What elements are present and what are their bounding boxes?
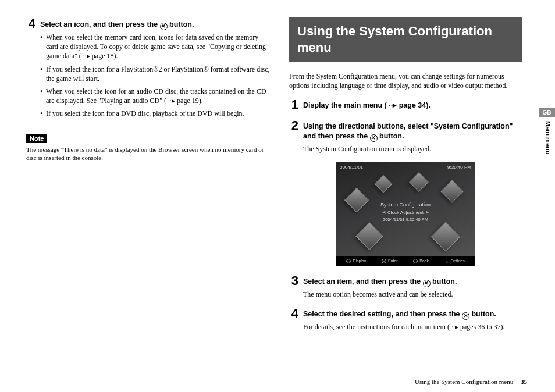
ps2-menu-item: Clock Adjustment (387, 210, 424, 215)
step-title-part-a: Select the desired setting, and then pre… (303, 310, 462, 318)
decorative-cube-icon (344, 188, 369, 212)
ps2-menu-title: System Configuration (380, 202, 431, 208)
step-title-part-a: Select an icon, and then press the (40, 20, 160, 28)
decorative-cube-icon (440, 180, 464, 203)
note-text: The message "There is no data" is displa… (26, 145, 271, 162)
step-number: 1 (289, 98, 298, 111)
step-title-part-b: button. (432, 277, 457, 286)
ps2-menu-value: 2004/11/01 9:30:40 PM (380, 217, 431, 222)
left-step-4: 4 Select an icon, and then press the ✕ b… (26, 17, 271, 119)
step-number: 4 (26, 17, 35, 30)
step-number: 3 (289, 275, 298, 287)
triangle-icon: △ (444, 259, 449, 263)
ps2-footbar: □Display ✕Enter ○Back △Options (336, 256, 475, 266)
right-step-3: 3 Select an item, and then press the ✕ b… (289, 275, 522, 299)
right-step-1: 1 Display the main menu ( ··▸ page 34). (289, 98, 522, 111)
decorative-cube-icon (374, 174, 392, 193)
step-title: Select the desired setting, and then pre… (303, 307, 496, 320)
ps2-foot-display: □Display (346, 259, 366, 263)
step-bullet-list: When you select the memory card icon, ic… (40, 33, 271, 119)
x-button-icon: ✕ (160, 23, 168, 30)
page-number: 35 (521, 378, 527, 385)
step-title: Display the main menu ( ··▸ page 34). (303, 98, 431, 111)
step-title-part-a: Select an item, and then press the (303, 277, 423, 286)
decorative-cube-icon (431, 222, 461, 251)
step-title-part-b: button. (169, 20, 194, 28)
bullet-item: When you select the icon for an audio CD… (40, 87, 271, 105)
step-title-part-a: Using the directional buttons, select "S… (303, 122, 513, 140)
page-content: 4 Select an icon, and then press the ✕ b… (26, 17, 532, 366)
ps2-foot-back: ○Back (413, 259, 429, 263)
step-title: Select an item, and then press the ✕ but… (303, 275, 457, 287)
step-body: The menu option becomes active and can b… (303, 290, 522, 299)
step-number: 4 (289, 307, 298, 320)
region-tag: GB (539, 108, 555, 117)
bullet-item: If you select the icon for a PlayStation… (40, 65, 271, 83)
triangle-right-icon: ▶ (426, 210, 429, 215)
right-step-2: 2 Using the directional buttons, select … (289, 119, 522, 153)
x-button-icon: ✕ (462, 312, 469, 320)
page-footer: Using the System Configuration menu 35 (415, 378, 527, 385)
step-body: The System Configuration menu is display… (303, 144, 522, 154)
section-intro: From the System Configuration menu, you … (289, 72, 522, 90)
step-body: For details, see the instructions for ea… (303, 322, 522, 332)
ps2-foot-options: △Options (444, 259, 465, 263)
ps2-center-menu: System Configuration ◀ Clock Adjustment … (380, 202, 431, 222)
decorative-cube-icon (355, 222, 383, 250)
left-column: 4 Select an icon, and then press the ✕ b… (26, 17, 271, 366)
x-button-icon: ✕ (423, 280, 431, 287)
decorative-cube-icon (409, 172, 429, 192)
step-title-part-b: button. (379, 132, 404, 140)
side-section-label: Main menu (545, 121, 552, 154)
note-label: Note (26, 134, 47, 143)
bullet-item: If you select the icon for a DVD disc, p… (40, 109, 271, 118)
step-title: Using the directional buttons, select "S… (303, 119, 522, 141)
bullet-item: When you select the memory card icon, ic… (40, 33, 271, 61)
x-icon: ✕ (382, 259, 386, 263)
step-number: 2 (289, 119, 298, 141)
right-step-4: 4 Select the desired setting, and then p… (289, 307, 522, 332)
step-title-part-b: button. (471, 310, 496, 318)
footer-title: Using the System Configuration menu (415, 378, 513, 385)
ps2-screenshot-figure: 2004/11/01 9:30:40 PM System Configurati… (336, 162, 475, 266)
square-icon: □ (346, 259, 351, 263)
step-title: Select an icon, and then press the ✕ but… (40, 17, 194, 30)
circle-icon: ○ (413, 259, 418, 263)
side-tab: GB Main menu (539, 108, 555, 154)
ps2-foot-enter: ✕Enter (382, 259, 398, 263)
triangle-left-icon: ◀ (382, 210, 385, 215)
right-column: Using the System Configuration menu From… (289, 17, 522, 366)
ps2-menu-row: ◀ Clock Adjustment ▶ (380, 210, 431, 215)
section-heading: Using the System Configuration menu (289, 17, 522, 62)
x-button-icon: ✕ (370, 134, 378, 142)
